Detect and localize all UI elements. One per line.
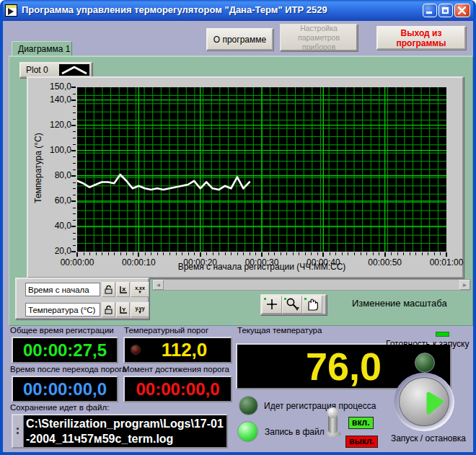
x-minor-tick <box>440 252 441 255</box>
y-major-tick <box>71 125 76 126</box>
y-major-tick <box>71 226 76 227</box>
threshold-moment-display: 00:00:00,0 <box>123 376 232 402</box>
minimize-icon <box>426 12 432 14</box>
threshold-display: 112,0 <box>123 337 232 363</box>
y-minor-tick <box>73 106 76 107</box>
time-after-label: Время после перехода порога <box>10 365 126 374</box>
total-time-label: Общее время регистрации <box>10 326 114 335</box>
tab-page: Plot 0 Температура (°C) Время с начала р… <box>9 56 473 326</box>
tab-diagram-1[interactable]: Диаграмма 1 <box>12 41 72 56</box>
x-format-button[interactable]: x.xx▼ <box>131 282 149 297</box>
x-tick-label: 00:01:00 <box>421 257 472 268</box>
x-minor-tick <box>403 252 404 255</box>
x-autoscale-icon: X <box>118 285 128 295</box>
x-minor-tick <box>354 252 355 255</box>
x-minor-tick <box>84 252 84 255</box>
x-minor-tick <box>219 252 219 255</box>
write-toggle-switch[interactable] <box>323 407 345 440</box>
x-major-tick <box>200 252 201 257</box>
x-minor-tick <box>305 252 306 255</box>
x-minor-tick <box>151 252 151 255</box>
scale-legend-panel: Время с начала X x.xx▼ Температура (°C) … <box>15 278 149 319</box>
x-autoscale-button[interactable]: X <box>116 282 130 297</box>
x-minor-tick <box>108 252 109 255</box>
x-scale-lock-button[interactable] <box>102 282 115 297</box>
path-browse-grip[interactable] <box>13 415 24 447</box>
threshold-label: Температурный порог <box>124 326 208 335</box>
maximize-icon <box>442 7 449 14</box>
x-tick-label: 00:00:20 <box>175 257 226 268</box>
x-minor-tick <box>422 252 423 255</box>
title-bar[interactable]: Программа управления терморегулятором "Д… <box>0 0 476 21</box>
y-autoscale-button[interactable]: Y <box>116 302 130 317</box>
x-minor-tick <box>366 252 367 255</box>
plot-canvas[interactable] <box>77 87 446 252</box>
scrollbar-right-arrow-icon[interactable]: ► <box>459 280 470 290</box>
y-major-tick <box>71 251 76 252</box>
y-scale-lock-button[interactable] <box>102 302 115 317</box>
y-scale-name-input[interactable]: Температура (°C) <box>25 303 100 317</box>
svg-text:Y: Y <box>122 306 126 313</box>
cursor-tool-button[interactable] <box>262 296 282 314</box>
x-tick-label: 00:00:10 <box>113 257 164 268</box>
x-minor-tick <box>348 252 348 255</box>
x-tick-label: 00:00:00 <box>52 257 102 268</box>
x-minor-tick <box>335 252 336 255</box>
y-tick-label: 20,0 <box>38 246 71 256</box>
plot-legend[interactable]: Plot 0 <box>19 62 92 78</box>
x-minor-tick <box>286 252 287 255</box>
start-stop-button[interactable] <box>399 377 449 426</box>
temp-mini-indicator <box>436 332 449 337</box>
write-to-file-led <box>237 421 258 442</box>
x-major-tick <box>261 252 263 257</box>
pan-tool-button[interactable] <box>302 296 322 314</box>
device-settings-button[interactable]: Настройка параметров приборов <box>280 24 358 51</box>
y-format-button[interactable]: y.yy▼ <box>131 302 149 317</box>
registering-label: Идет регистрация процесса <box>264 401 376 411</box>
y-minor-tick <box>73 163 76 164</box>
x-minor-tick <box>410 252 410 255</box>
x-tick-label: 00:00:40 <box>298 257 348 268</box>
y-minor-tick <box>73 156 76 157</box>
switch-on-label: вкл. <box>348 417 374 429</box>
plot-legend-label: Plot 0 <box>21 65 59 75</box>
registering-led <box>239 396 258 415</box>
y-tick-label: 60,0 <box>38 195 71 206</box>
x-minor-tick <box>176 252 177 255</box>
x-minor-tick <box>250 252 250 255</box>
start-button-socket <box>394 373 454 431</box>
exit-button[interactable]: Выход из программы <box>376 26 466 50</box>
plot-line-sample-icon <box>59 64 89 76</box>
time-after-display: 00:00:00,0 <box>12 376 118 402</box>
switch-off-label: выкл. <box>345 436 378 448</box>
about-button[interactable]: О программе <box>206 28 273 50</box>
x-tick-label: 00:00:30 <box>237 257 287 268</box>
y-minor-tick <box>73 169 76 170</box>
palette-caption: Изменение масштаба <box>352 298 447 309</box>
x-major-tick <box>384 252 386 257</box>
x-minor-tick <box>206 252 207 255</box>
y-minor-tick <box>73 220 76 221</box>
x-scale-name-input[interactable]: Время с начала <box>25 283 100 296</box>
log-file-path-control[interactable]: C:\Sterilization_program\Logs\17-01-2004… <box>12 414 228 449</box>
x-minor-tick <box>268 252 269 255</box>
minimize-button[interactable] <box>423 4 437 17</box>
y-minor-tick <box>73 208 76 208</box>
close-button[interactable] <box>454 4 470 17</box>
close-icon <box>455 4 470 17</box>
zoom-tool-button[interactable] <box>282 296 302 314</box>
y-autoscale-icon: Y <box>118 305 128 315</box>
write-to-file-label: Запись в файл <box>265 427 325 437</box>
active-dot-icon <box>304 298 307 300</box>
y-tick-label: 100,0 <box>38 145 71 155</box>
y-axis-title: Температура (°C) <box>33 96 43 240</box>
y-minor-tick <box>73 119 76 120</box>
y-minor-tick <box>73 138 76 138</box>
graph-palette <box>260 294 327 315</box>
maximize-button[interactable] <box>438 4 453 17</box>
x-minor-tick <box>415 252 416 255</box>
x-scrollbar[interactable]: ◄ ► <box>152 279 471 291</box>
dropdown-arrow-icon: ▼ <box>138 291 142 294</box>
scrollbar-left-arrow-icon[interactable]: ◄ <box>153 280 164 290</box>
y-major-tick <box>71 200 76 202</box>
